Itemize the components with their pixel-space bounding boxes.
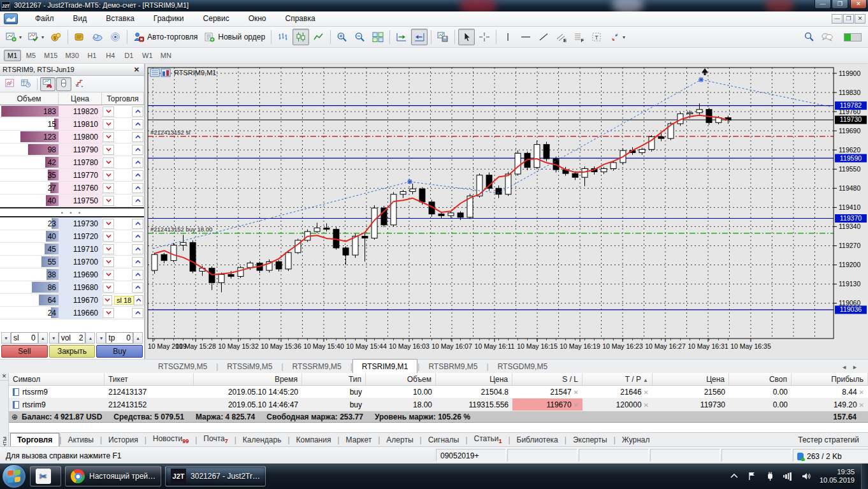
price-cell[interactable]: 119810 xyxy=(59,118,102,130)
tile-windows-button[interactable] xyxy=(370,29,386,45)
tick-chart-button[interactable] xyxy=(3,77,18,91)
sell-chevron-button[interactable] xyxy=(103,219,114,229)
cursor-button[interactable] xyxy=(458,29,475,45)
toolbox-tab-Статьи[interactable]: Статьи1 xyxy=(468,432,509,446)
price-cell[interactable]: 119730 xyxy=(59,217,102,230)
mdi-minimize-button[interactable]: — xyxy=(832,14,843,24)
buy-chevron-button[interactable] xyxy=(134,295,143,305)
toolbox-tab-Журнал[interactable]: Журнал xyxy=(616,434,656,446)
column-header-Цена[interactable]: Цена xyxy=(653,373,729,385)
time-sales-button[interactable] xyxy=(18,77,34,91)
sell-chevron-button[interactable] xyxy=(103,257,114,267)
close-value-icon[interactable]: ✕ xyxy=(859,389,864,396)
sell-chevron-button[interactable] xyxy=(103,295,112,305)
chart-tab-RTSGDM9M5[interactable]: RTSGDM9,M5 xyxy=(489,360,556,373)
broadcast-button[interactable] xyxy=(107,29,124,45)
symbols-button[interactable]: $ xyxy=(48,29,64,45)
close-button[interactable]: ✕ xyxy=(850,0,867,9)
start-button[interactable] xyxy=(2,464,26,488)
clock[interactable]: 19:35 10.05.2019 xyxy=(820,468,855,485)
sell-chevron-button[interactable] xyxy=(103,132,114,142)
price-cell[interactable]: 119770 xyxy=(59,169,102,181)
menu-item-Окно[interactable]: Окно xyxy=(239,11,276,26)
vertical-line-button[interactable] xyxy=(500,29,516,45)
maximize-button[interactable]: ❐ xyxy=(832,0,848,9)
timeframe-M30[interactable]: M30 xyxy=(62,50,82,61)
autotrade-button[interactable]: Авто-торговля xyxy=(131,29,200,45)
profiles-button[interactable]: ▾ xyxy=(25,29,47,45)
vps-cloud-button[interactable] xyxy=(89,29,106,45)
sell-chevron-button[interactable] xyxy=(103,196,114,206)
save-chart-button[interactable] xyxy=(435,29,451,45)
price-cell[interactable]: 119820 xyxy=(59,105,102,117)
price-cell[interactable]: 119700 xyxy=(59,256,102,268)
close-value-icon[interactable]: ✕ xyxy=(859,402,864,409)
horizontal-line-button[interactable] xyxy=(517,29,534,45)
price-cell[interactable]: 119670 xyxy=(59,294,102,306)
buy-chevron-button[interactable] xyxy=(132,308,143,318)
new-order-button[interactable]: Новый ордер xyxy=(201,29,268,45)
terminal-icon[interactable] xyxy=(4,13,18,24)
timeframe-W1[interactable]: W1 xyxy=(139,50,156,61)
dropdown-arrow-icon[interactable]: ▾ xyxy=(19,34,22,40)
buy-chevron-button[interactable] xyxy=(132,196,143,206)
taskbar-snipping-tool-button[interactable]: ✂ xyxy=(30,466,61,486)
spinner-down-button[interactable]: ▼ xyxy=(96,332,106,344)
price-cell[interactable]: 119750 xyxy=(59,194,102,207)
spinner-up-button[interactable]: ▲ xyxy=(38,332,48,344)
toolbox-tab-Эксперты[interactable]: Эксперты xyxy=(567,434,614,446)
spinner-box[interactable]: sl0 xyxy=(11,332,38,344)
arrows-button[interactable]: ▾ xyxy=(607,29,628,45)
timeframe-M1[interactable]: M1 xyxy=(4,50,21,61)
buy-chevron-button[interactable] xyxy=(132,183,143,193)
dom-close-icon[interactable]: ✕ xyxy=(132,66,141,74)
dropdown-arrow-icon[interactable]: ▾ xyxy=(41,34,44,40)
timeframe-D1[interactable]: D1 xyxy=(120,50,138,61)
position-row[interactable]: rtsrim92124131522019.05.10 14:46:47buy18… xyxy=(9,398,868,411)
tab-scroll-arrows[interactable]: ◄► xyxy=(841,364,868,373)
candles-chart-button[interactable] xyxy=(293,29,309,45)
toolbox-tab-Библиотека[interactable]: Библиотека xyxy=(510,434,565,446)
network-icon[interactable] xyxy=(783,471,793,481)
sell-chevron-button[interactable] xyxy=(103,270,114,280)
chart-magnet-button[interactable] xyxy=(40,77,55,91)
tick-step-button[interactable] xyxy=(72,77,87,91)
menu-item-Вставка[interactable]: Вставка xyxy=(96,11,144,26)
price-cell[interactable]: 119780 xyxy=(59,156,102,168)
price-cell[interactable]: 119760 xyxy=(59,182,102,194)
close-value-icon[interactable]: ✕ xyxy=(574,402,579,409)
close-value-icon[interactable]: ✕ xyxy=(644,402,649,409)
timeframe-M5[interactable]: M5 xyxy=(22,50,40,61)
column-header-Символ[interactable]: Символ xyxy=(9,373,105,385)
menu-item-Вид[interactable]: Вид xyxy=(64,11,97,26)
buy-button[interactable]: Buy xyxy=(96,345,143,358)
toolbox-tab-Маркет[interactable]: Маркет xyxy=(340,434,379,446)
buy-chevron-button[interactable] xyxy=(132,231,143,242)
column-header-Время[interactable]: Время xyxy=(194,373,302,385)
chart-shift-button[interactable] xyxy=(411,29,428,45)
line-chart-button[interactable] xyxy=(310,29,327,45)
toolbox-tab-Новости[interactable]: Новости99 xyxy=(147,432,195,446)
chart-tab-RTSGZM9M5[interactable]: RTSGZM9,M5 xyxy=(149,360,216,373)
spinner-box[interactable]: tp0 xyxy=(106,332,133,344)
price-cell[interactable]: 119790 xyxy=(59,143,102,156)
trend-line-button[interactable] xyxy=(535,29,552,45)
buy-chevron-button[interactable] xyxy=(132,244,143,254)
expand-icon[interactable]: ⊕ xyxy=(11,412,18,421)
position-row[interactable]: rtssrm92124131372019.05.10 14:45:20buy10… xyxy=(9,386,868,398)
toolbox-close-icon[interactable]: ✕ xyxy=(0,373,8,381)
sell-chevron-button[interactable] xyxy=(103,106,114,117)
buy-chevron-button[interactable] xyxy=(132,106,143,117)
buy-chevron-button[interactable] xyxy=(132,145,143,155)
column-header-Тип[interactable]: Тип xyxy=(302,373,366,385)
chart-tab-RTSBRM9M5[interactable]: RTSBRM9,M5 xyxy=(419,360,486,373)
taskbar-j2t-button[interactable]: J2T3021267 - Just2Tr… xyxy=(165,466,266,486)
crosshair-button[interactable] xyxy=(476,29,493,45)
mdi-close-button[interactable]: ✕ xyxy=(855,14,865,24)
volume-icon[interactable] xyxy=(800,471,811,481)
tray-expand-icon[interactable] xyxy=(729,471,739,481)
sell-chevron-button[interactable] xyxy=(103,244,114,254)
timeframe-M15[interactable]: M15 xyxy=(41,50,61,61)
dom-view-button[interactable] xyxy=(56,77,71,91)
power-plug-icon[interactable] xyxy=(765,471,775,481)
